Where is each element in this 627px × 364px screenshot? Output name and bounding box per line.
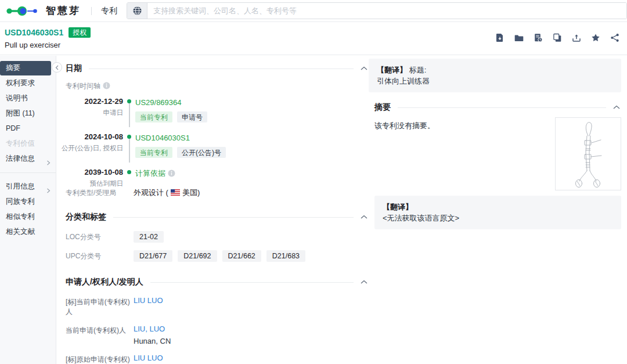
nav-divider: [91, 7, 92, 15]
application-number-link[interactable]: US29/869364: [135, 98, 182, 107]
event-date: 2022-12-29: [66, 97, 123, 106]
brand-logo[interactable]: 智慧芽: [6, 4, 81, 17]
section-title-people: 申请人/权利人/发明人: [66, 277, 143, 287]
tag-application-number: 申请号: [177, 111, 207, 122]
sidebar-collapse-button[interactable]: [52, 62, 62, 73]
timeline-axis: [129, 102, 130, 127]
event-label: 申请日: [103, 109, 124, 117]
share-icon[interactable]: [610, 33, 619, 42]
sidebar-divider: [0, 172, 56, 173]
tag-current-patent: 当前专利: [135, 147, 172, 158]
collapse-chevron-up-icon[interactable]: [612, 104, 621, 111]
calculation-basis-link[interactable]: 计算依据: [135, 168, 165, 179]
people-section: 申请人/权利人/发明人 [标]当前申请(专利权)人 LIU LUO 当前申请(专…: [66, 276, 369, 364]
sidebar-item-legal-info[interactable]: 法律信息: [0, 152, 56, 166]
search-input[interactable]: [147, 3, 626, 19]
save-to-folder-icon[interactable]: [514, 33, 524, 42]
top-header: 智慧芽 专利: [0, 0, 627, 22]
global-search-bar: [127, 2, 627, 19]
event-label: 预估到期日: [90, 179, 124, 188]
abstract-section-header: 摘要: [374, 101, 621, 114]
assignee-link[interactable]: LIU LUO: [134, 296, 163, 305]
collapse-chevron-up-icon[interactable]: [359, 65, 369, 72]
loc-code-chip: 21-02: [134, 231, 164, 243]
timeline-dot: [127, 170, 131, 174]
translation-prefix: 【翻译】: [383, 201, 613, 212]
brand-name: 智慧芽: [46, 4, 81, 17]
pdf-download-icon[interactable]: [495, 33, 505, 42]
upc-classification-row: UPC分类号 D21/677 D21/692 D21/662 D21/683: [66, 250, 369, 262]
info-icon[interactable]: [168, 170, 175, 177]
timeline-event-application: 2022-12-29 申请日 US29/869364 当前专利 申请号: [66, 97, 369, 132]
patent-number: USD1046030S1: [5, 28, 63, 37]
upc-code-chip: D21/677: [134, 250, 172, 262]
assignee-location: Hunan, CN: [134, 337, 171, 346]
section-title-dates: 日期: [66, 63, 82, 74]
sidebar-item-claims[interactable]: 权利要求: [0, 76, 56, 91]
classification-section: 分类和标签 LOC分类号 21-02 UPC分类号 D21/677 D21/69…: [66, 211, 369, 262]
assignee-link[interactable]: LIU LUO: [134, 354, 163, 362]
sidebar-item-drawings[interactable]: 附图 (11): [0, 106, 56, 121]
collapse-chevron-up-icon[interactable]: [359, 214, 369, 221]
main-panel: 日期 专利时间轴 2022-12-29 申请日 US29/869364: [56, 56, 369, 364]
globe-icon: [132, 6, 142, 16]
translated-abstract-box: 【翻译】 <无法获取该语言原文>: [374, 196, 621, 229]
sidebar-item-related-literature[interactable]: 相关文献: [0, 225, 56, 239]
patent-office-value: 美国): [182, 188, 200, 198]
nav-patent-tab[interactable]: 专利: [101, 6, 117, 16]
section-divider-line: [398, 107, 606, 108]
people-row: 当前申请(专利权)人 LIU, LUO Hunan, CN: [66, 325, 369, 346]
timeline-dot: [127, 99, 131, 103]
sidebar-item-description[interactable]: 说明书: [0, 91, 56, 106]
patent-type-value: 外观设计 (: [134, 188, 168, 198]
chevron-right-icon: [46, 156, 51, 171]
patent-drawing-thumbnail[interactable]: [555, 117, 621, 190]
sidebar-item-citation-info[interactable]: 引用信息: [0, 179, 56, 194]
section-title-abstract: 摘要: [374, 102, 391, 113]
section-divider-line: [150, 282, 354, 283]
collapse-chevron-up-icon[interactable]: [359, 279, 369, 286]
timeline-axis: [129, 137, 130, 163]
people-row: [标]当前申请(专利权)人 LIU LUO: [66, 296, 369, 317]
translation-title-label: 标题:: [409, 66, 427, 74]
translation-prefix: 【翻译】: [377, 66, 407, 74]
people-section-header: 申请人/权利人/发明人: [66, 276, 369, 289]
event-date: 2039-10-08: [66, 168, 123, 176]
patent-type-row: 专利类型/受理局 外观设计 ( 美国): [66, 187, 369, 198]
sidebar-item-similar-patents[interactable]: 相似专利: [0, 210, 56, 224]
upc-code-chip: D21/662: [222, 250, 261, 262]
valuation-report-icon[interactable]: [534, 33, 543, 42]
translation-unavailable-text: <无法获取该语言原文>: [383, 212, 613, 224]
event-label: 公开(公告)日, 授权日: [62, 144, 123, 153]
abstract-panel: 【翻译】 标题: 引体向上训练器 摘要 该专利没有摘要。: [369, 56, 627, 364]
classification-section-header: 分类和标签: [66, 211, 369, 224]
sidebar-item-abstract[interactable]: 摘要: [0, 61, 51, 75]
upc-label: UPC分类号: [66, 250, 134, 261]
timeline-label: 专利时间轴: [66, 80, 100, 91]
loc-label: LOC分类号: [66, 231, 134, 242]
event-date: 2024-10-08: [66, 132, 123, 141]
favorite-star-icon[interactable]: [591, 33, 600, 42]
people-row: [标]原始申请(专利权)人 LIU LUO: [66, 354, 369, 364]
action-icon-toolbar: [495, 33, 619, 42]
date-section-header: 日期: [66, 62, 369, 75]
info-icon[interactable]: [103, 82, 110, 89]
us-flag-icon: [171, 189, 180, 196]
sidebar-item-pdf[interactable]: PDF: [0, 121, 56, 136]
sidebar-item-patent-family[interactable]: 同族专利: [0, 194, 56, 209]
export-icon[interactable]: [572, 33, 581, 42]
sidebar-nav: 摘要 权利要求 说明书 附图 (11) PDF 专利价值 法律信息 引用信息 同…: [0, 56, 56, 364]
assignee-link[interactable]: LIU, LUO: [134, 325, 165, 333]
translated-title-box: 【翻译】 标题: 引体向上训练器: [369, 59, 621, 92]
copy-icon[interactable]: [553, 33, 562, 42]
tag-current-patent: 当前专利: [135, 111, 172, 122]
timeline-event-expiry: 2039-10-08 预估到期日 计算依据: [66, 168, 369, 182]
patent-type-label: 专利类型/受理局: [66, 187, 134, 198]
sidebar-item-patent-value: 专利价值: [0, 136, 56, 151]
publication-number-link[interactable]: USD1046030S1: [135, 134, 190, 142]
section-divider-line: [89, 69, 354, 69]
content-area: 摘要 权利要求 说明书 附图 (11) PDF 专利价值 法律信息 引用信息 同…: [0, 56, 627, 364]
search-scope-button[interactable]: [127, 3, 147, 19]
loc-classification-row: LOC分类号 21-02: [66, 231, 369, 243]
section-divider-line: [113, 217, 354, 218]
